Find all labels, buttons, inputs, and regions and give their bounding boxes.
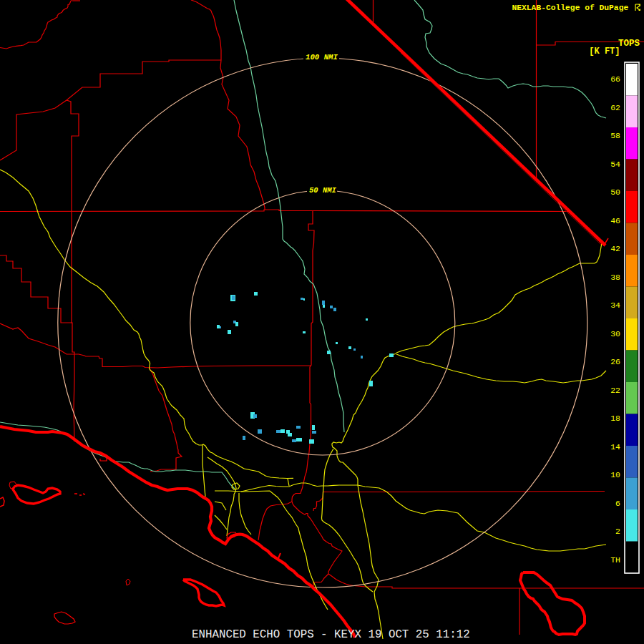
svg-text:54: 54 — [610, 160, 620, 169]
svg-text:26: 26 — [610, 357, 620, 366]
svg-text:58: 58 — [610, 131, 620, 140]
svg-text:2: 2 — [615, 527, 620, 536]
svg-text:42: 42 — [610, 244, 620, 253]
svg-text:TH: TH — [610, 555, 620, 565]
svg-text:6: 6 — [615, 499, 620, 508]
svg-text:100 NMI: 100 NMI — [306, 53, 338, 62]
svg-text:66: 66 — [610, 74, 620, 84]
svg-text:34: 34 — [610, 301, 620, 310]
svg-text:50: 50 — [610, 187, 620, 197]
svg-text:[K FT]: [K FT] — [589, 47, 620, 57]
svg-text:50 NMI: 50 NMI — [309, 186, 337, 195]
svg-text:22: 22 — [610, 386, 620, 395]
svg-text:46: 46 — [610, 216, 620, 225]
svg-text:18: 18 — [610, 414, 620, 423]
svg-text:30: 30 — [610, 329, 620, 338]
svg-text:10: 10 — [610, 470, 620, 479]
svg-text:14: 14 — [610, 442, 620, 452]
svg-text:ENHANCED ECHO TOPS - KEYX 19 O: ENHANCED ECHO TOPS - KEYX 19 OCT 25 11:1… — [192, 628, 470, 641]
svg-text:62: 62 — [610, 103, 620, 112]
svg-text:38: 38 — [610, 273, 620, 282]
svg-text:NEXLAB-College of DuPage: NEXLAB-College of DuPage — [512, 4, 629, 12]
svg-text:TOPS: TOPS — [618, 39, 640, 49]
